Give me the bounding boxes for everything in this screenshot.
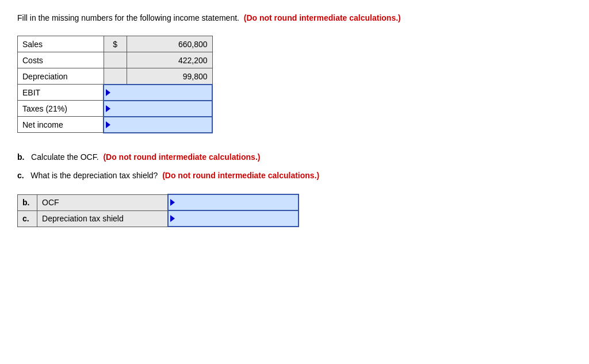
section-b-label: b. Calculate the OCF. (Do not round inte… — [17, 151, 572, 164]
dollar-sales: $ — [104, 36, 127, 52]
arrow-icon-dep-tax-shield — [170, 215, 175, 222]
income-statement-table: Sales $ 660,800 Costs 422,200 Depreciati… — [17, 36, 213, 133]
value-depreciation: 99,800 — [127, 68, 213, 85]
instruction-text: Fill in the missing numbers for the foll… — [17, 12, 535, 24]
section-c-letter: c. — [17, 171, 24, 180]
table-row-ocf: b. OCF — [18, 194, 299, 210]
input-cell-net-income[interactable] — [104, 117, 212, 133]
table-row-dep-tax-shield: c. Depreciation tax shield — [18, 210, 299, 227]
label-ebit: EBIT — [18, 85, 104, 101]
input-cell-dep-tax-shield[interactable] — [168, 210, 299, 227]
ocf-input[interactable] — [175, 195, 298, 210]
section-c-bold: (Do not round intermediate calculations.… — [162, 171, 319, 180]
input-cell-ocf[interactable] — [168, 194, 299, 210]
table-row-taxes: Taxes (21%) — [18, 101, 213, 117]
arrow-icon-ebit — [106, 89, 110, 96]
part-label-c: c. — [18, 210, 37, 227]
table-row-net-income: Net income — [18, 117, 213, 133]
label-net-income: Net income — [18, 117, 104, 133]
bottom-table: b. OCF c. Depreciation tax shield — [17, 194, 299, 227]
desc-ocf: OCF — [37, 194, 168, 210]
section-c-label: c. What is the depreciation tax shield? … — [17, 169, 572, 183]
value-costs: 422,200 — [127, 52, 213, 68]
desc-dep-tax-shield: Depreciation tax shield — [37, 210, 168, 227]
arrow-icon-ocf — [170, 199, 175, 206]
table-row-costs: Costs 422,200 — [18, 52, 213, 68]
section-b-c-labels: b. Calculate the OCF. (Do not round inte… — [17, 151, 572, 183]
net-income-input[interactable] — [110, 117, 212, 132]
table-row-sales: Sales $ 660,800 — [18, 36, 213, 52]
input-cell-taxes[interactable] — [104, 101, 212, 117]
label-taxes: Taxes (21%) — [18, 101, 104, 117]
label-depreciation: Depreciation — [18, 68, 104, 85]
part-label-b: b. — [18, 194, 37, 210]
label-costs: Costs — [18, 52, 104, 68]
dollar-costs — [104, 52, 127, 68]
taxes-input[interactable] — [110, 101, 212, 116]
table-row-depreciation: Depreciation 99,800 — [18, 68, 213, 85]
input-cell-ebit[interactable] — [104, 85, 212, 101]
label-sales: Sales — [18, 36, 104, 52]
value-sales: 660,800 — [127, 36, 213, 52]
dep-tax-shield-input[interactable] — [175, 211, 298, 226]
arrow-icon-taxes — [106, 105, 110, 112]
section-b-letter: b. — [17, 152, 24, 162]
instruction-bold: (Do not round intermediate calculations.… — [244, 13, 401, 22]
dollar-depreciation — [104, 68, 127, 85]
section-b-bold: (Do not round intermediate calculations.… — [103, 152, 260, 162]
arrow-icon-net-income — [106, 121, 110, 128]
table-row-ebit: EBIT — [18, 85, 213, 101]
ebit-input[interactable] — [110, 85, 212, 100]
